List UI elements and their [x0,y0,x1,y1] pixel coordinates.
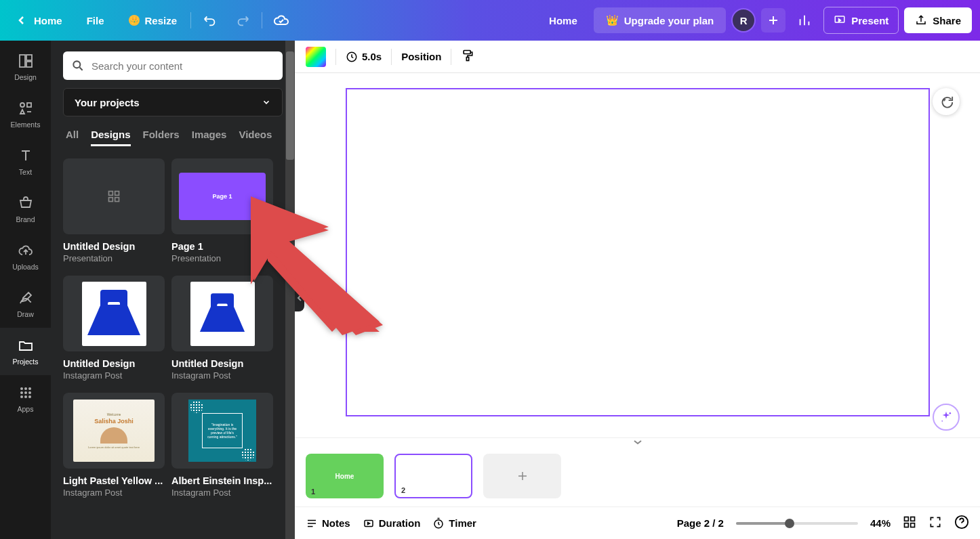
top-app-bar: Home File Resize Home 👑 Upgrade your pla… [0,0,980,41]
upgrade-button[interactable]: 👑 Upgrade your plan [594,7,727,33]
card-title: Page 1 [171,241,273,252]
tab-folders[interactable]: Folders [143,129,180,146]
help-button[interactable] [954,515,969,532]
card-subtitle: Presentation [171,253,273,263]
resize-button[interactable]: Resize [121,9,186,32]
fullscreen-button[interactable] [928,515,942,532]
svg-rect-3 [26,62,32,67]
page-thumb-2[interactable]: 2 [394,454,472,498]
collapse-panel-button[interactable] [295,284,304,311]
page-thumb-1[interactable]: Home 1 [306,454,384,498]
card-title: Untitled Design [63,358,165,369]
add-page-button[interactable] [483,454,561,498]
svg-rect-19 [115,198,119,202]
design-thumbnail[interactable] [171,276,273,351]
card-subtitle: Instagram Post [171,370,273,381]
home-link[interactable]: Home [538,9,588,32]
paint-roller-icon [461,49,474,62]
svg-point-6 [20,387,23,390]
nav-text[interactable]: Text [0,138,51,186]
projects-dropdown[interactable]: Your projects [63,88,283,116]
design-card[interactable]: "Imagination is everything. It is the pr… [171,393,273,498]
design-card[interactable]: Untitled Design Presentation [63,158,165,263]
zoom-percent[interactable]: 44% [870,517,891,529]
cloud-sync-button[interactable] [268,7,295,34]
zoom-slider[interactable] [736,522,858,525]
design-thumbnail[interactable]: Welcome Salisha Joshi Lorem ipsum dolor … [63,393,165,469]
nav-apps[interactable]: Apps [0,375,51,423]
svg-point-15 [73,61,80,68]
undo-button[interactable] [197,7,224,34]
analytics-button[interactable] [791,7,818,34]
svg-point-7 [24,387,27,390]
undo-icon [203,13,218,28]
nav-projects[interactable]: Projects [0,328,51,375]
present-button[interactable]: Present [823,7,899,34]
grid-view-button[interactable] [903,515,916,532]
card-row: Welcome Salisha Joshi Lorem ipsum dolor … [63,393,283,498]
magic-button-bottom[interactable] [933,404,960,431]
magic-button-top[interactable] [933,88,960,115]
svg-point-23 [950,412,952,414]
thumb-content: Welcome Salisha Joshi Lorem ipsum dolor … [73,400,155,462]
design-card[interactable]: Page 1 Page 1 Presentation [171,158,273,263]
color-picker-button[interactable] [306,47,326,67]
design-thumbnail[interactable]: "Imagination is everything. It is the pr… [171,393,273,469]
user-avatar[interactable]: R [731,8,756,33]
plus-icon [767,14,779,26]
nav-design[interactable]: Design [0,43,51,91]
design-card[interactable]: Welcome Salisha Joshi Lorem ipsum dolor … [63,393,165,498]
crown-icon [129,15,140,26]
nav-label: Projects [13,358,39,366]
thumb-content: Page 1 [179,173,266,220]
card-row: Untitled Design Presentation Page 1 Page… [63,158,283,263]
notes-button[interactable]: Notes [306,517,350,530]
grid-icon [903,515,916,529]
duration-button[interactable]: Duration [363,517,421,530]
file-menu-button[interactable]: File [76,9,115,32]
design-thumbnail[interactable] [63,158,165,234]
search-box[interactable] [63,51,283,80]
design-thumbnail[interactable] [63,276,165,351]
tab-designs[interactable]: Designs [91,129,130,146]
scrollbar-thumb[interactable] [286,51,294,160]
tab-images[interactable]: Images [192,129,227,146]
nav-label: Draw [17,310,34,318]
chart-icon [797,13,812,28]
style-button[interactable] [461,49,474,65]
nav-elements[interactable]: Elements [0,91,51,138]
back-home-button[interactable]: Home [8,9,70,32]
design-card[interactable]: Untitled Design Instagram Post [171,276,273,381]
duration-button[interactable]: 5.0s [346,51,382,63]
canvas-page[interactable] [346,88,930,416]
tab-videos[interactable]: Videos [239,129,272,146]
zoom-handle[interactable] [785,519,794,528]
tab-all[interactable]: All [66,129,79,146]
home-label: Home [34,15,62,26]
top-left-group: Home File Resize [8,7,295,34]
duration-label: Duration [379,517,421,529]
svg-rect-5 [27,103,31,107]
svg-rect-30 [911,523,915,527]
share-button[interactable]: Share [904,7,972,33]
canvas-area: 5.0s Position Home 1 [295,41,980,539]
nav-label: Design [14,73,37,81]
search-input[interactable] [91,60,274,72]
design-card[interactable]: Untitled Design Instagram Post [63,276,165,381]
page-counter: Page 2 / 2 [677,517,724,529]
position-button[interactable]: Position [401,51,441,62]
upgrade-label: Upgrade your plan [624,15,714,26]
svg-point-24 [941,421,943,422]
canvas-viewport[interactable] [295,73,980,437]
timer-button[interactable]: Timer [432,517,476,530]
panel-scrollbar[interactable] [285,41,295,539]
add-collaborator-button[interactable] [761,8,785,33]
nav-brand[interactable]: Brand [0,186,51,233]
collapse-strip-button[interactable] [295,437,980,446]
chevron-down-icon [633,439,642,445]
design-thumbnail[interactable]: Page 1 [171,158,273,234]
nav-uploads[interactable]: Uploads [0,233,51,280]
separator [451,49,451,65]
nav-draw[interactable]: Draw [0,280,51,328]
redo-button[interactable] [229,7,256,34]
